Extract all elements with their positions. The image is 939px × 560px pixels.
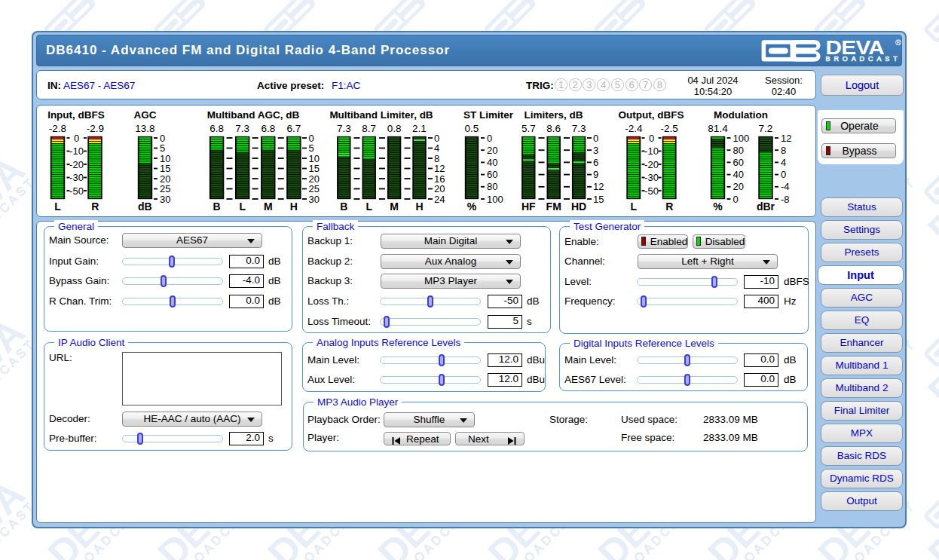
svg-text:L: L: [366, 200, 372, 213]
svg-text:60: 60: [487, 169, 497, 180]
svg-text:B: B: [213, 200, 221, 213]
svg-text:H: H: [290, 200, 298, 213]
svg-text:Multiband AGC, dB: Multiband AGC, dB: [207, 109, 300, 121]
svg-text:L: L: [239, 200, 246, 213]
svg-text:80: 80: [487, 181, 497, 192]
svg-text:-2.8: -2.8: [49, 123, 66, 134]
svg-text:12: 12: [781, 133, 791, 144]
svg-text:9: 9: [593, 169, 598, 180]
svg-text:7.2: 7.2: [759, 123, 773, 134]
svg-text:6.8: 6.8: [261, 123, 275, 134]
svg-text:0.8: 0.8: [387, 123, 402, 134]
svg-text:-8: -8: [781, 194, 790, 205]
svg-text:100: 100: [733, 133, 750, 144]
svg-text:7.3: 7.3: [235, 123, 249, 134]
svg-text:0: 0: [649, 133, 654, 144]
svg-text:dBr: dBr: [757, 200, 775, 213]
svg-text:0: 0: [781, 169, 786, 180]
svg-text:-50: -50: [644, 185, 659, 197]
svg-text:24: 24: [434, 194, 445, 205]
svg-text:-2.4: -2.4: [625, 123, 643, 134]
svg-text:6.7: 6.7: [287, 123, 301, 134]
svg-text:40: 40: [487, 157, 497, 168]
svg-text:-20: -20: [644, 159, 659, 170]
svg-text:-2.5: -2.5: [661, 123, 678, 134]
svg-text:%: %: [713, 200, 723, 213]
svg-text:B: B: [340, 200, 347, 213]
svg-text:5.7: 5.7: [521, 123, 536, 134]
svg-text:Output, dBFS: Output, dBFS: [619, 109, 684, 121]
svg-text:15: 15: [593, 194, 604, 205]
svg-text:-30: -30: [69, 172, 84, 183]
svg-text:BROADCAST: BROADCAST: [826, 55, 901, 63]
svg-text:Input, dBFS: Input, dBFS: [47, 109, 105, 121]
svg-text:0.5: 0.5: [465, 123, 479, 134]
svg-text:R: R: [897, 40, 901, 45]
svg-text:0: 0: [733, 194, 739, 205]
svg-text:81.4: 81.4: [708, 123, 728, 134]
svg-text:M: M: [264, 200, 273, 213]
svg-text:dB: dB: [138, 200, 152, 213]
svg-text:HD: HD: [571, 200, 586, 213]
svg-text:30: 30: [309, 194, 320, 205]
svg-text:M: M: [390, 200, 399, 213]
svg-text:R: R: [91, 200, 99, 213]
svg-text:-50: -50: [69, 185, 84, 197]
svg-text:ST Limiter: ST Limiter: [463, 109, 514, 121]
svg-text:20: 20: [733, 181, 744, 192]
svg-text:8: 8: [781, 145, 786, 156]
svg-text:100: 100: [487, 194, 503, 205]
svg-text:-20: -20: [69, 159, 84, 170]
svg-text:Limiters, dB: Limiters, dB: [525, 109, 583, 121]
svg-text:Multiband Limiter, dB: Multiband Limiter, dB: [329, 109, 433, 121]
svg-text:R: R: [665, 200, 673, 213]
svg-text:7.3: 7.3: [337, 123, 351, 134]
svg-text:-10: -10: [644, 145, 659, 157]
svg-text:7.3: 7.3: [572, 123, 586, 134]
svg-text:8.7: 8.7: [362, 123, 376, 134]
svg-text:Modulation: Modulation: [714, 109, 768, 121]
svg-text:-10: -10: [69, 145, 84, 157]
svg-text:80: 80: [733, 145, 744, 156]
svg-text:20: 20: [487, 145, 497, 156]
svg-text:12: 12: [593, 181, 604, 192]
svg-text:FM: FM: [546, 200, 561, 213]
svg-text:13.8: 13.8: [135, 123, 154, 134]
svg-text:AGC: AGC: [133, 109, 156, 121]
svg-text:6: 6: [593, 157, 598, 168]
svg-text:0: 0: [593, 133, 598, 144]
svg-text:60: 60: [733, 157, 744, 168]
svg-text:-2.9: -2.9: [87, 123, 104, 134]
svg-text:L: L: [631, 200, 638, 213]
svg-text:0: 0: [74, 133, 79, 144]
svg-text:0: 0: [487, 133, 492, 144]
svg-text:8.6: 8.6: [546, 123, 561, 134]
svg-text:-30: -30: [644, 172, 659, 183]
svg-text:2.1: 2.1: [412, 123, 427, 134]
svg-text:%: %: [467, 200, 477, 213]
svg-text:3: 3: [593, 145, 598, 156]
svg-text:40: 40: [733, 169, 744, 180]
svg-text:30: 30: [160, 194, 170, 205]
svg-text:HF: HF: [521, 200, 536, 213]
svg-text:4: 4: [781, 157, 786, 168]
svg-text:H: H: [415, 200, 423, 213]
svg-text:6.8: 6.8: [210, 123, 224, 134]
svg-text:-4: -4: [781, 181, 790, 192]
svg-text:L: L: [54, 200, 61, 213]
